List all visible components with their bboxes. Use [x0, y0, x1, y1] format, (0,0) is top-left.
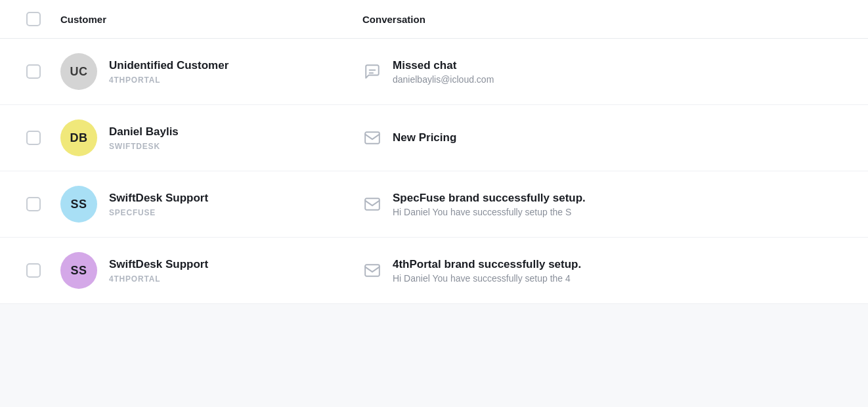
conversation-section: Missed chat danielbaylis@icloud.com — [362, 58, 842, 85]
customer-company: 4THPORTAL — [109, 75, 228, 85]
avatar: SS — [60, 252, 97, 289]
conv-info: SpecFuse brand successfully setup. Hi Da… — [393, 191, 586, 217]
customer-section: UC Unidentified Customer 4THPORTAL — [60, 53, 362, 90]
customer-company: 4THPORTAL — [109, 274, 208, 284]
svg-rect-2 — [365, 265, 380, 276]
customer-info: Daniel Baylis SWIFTDESK — [109, 125, 179, 150]
conv-subtitle: Hi Daniel You have successfully setup th… — [393, 207, 586, 217]
table-header: Customer Conversation — [0, 0, 868, 39]
header-customer-label: Customer — [60, 14, 362, 25]
table-row[interactable]: SS SwiftDesk Support SPECFUSE SpecFuse b… — [0, 171, 868, 238]
customer-section: SS SwiftDesk Support SPECFUSE — [60, 186, 362, 223]
table-row[interactable]: SS SwiftDesk Support 4THPORTAL 4thPortal… — [0, 238, 868, 304]
avatar: SS — [60, 186, 97, 223]
svg-rect-0 — [365, 132, 380, 143]
table-row[interactable]: UC Unidentified Customer 4THPORTAL Misse… — [0, 39, 868, 105]
customer-section: SS SwiftDesk Support 4THPORTAL — [60, 252, 362, 289]
row-checkbox[interactable] — [26, 197, 41, 211]
conv-title: Missed chat — [393, 58, 494, 73]
row-checkbox[interactable] — [26, 131, 41, 145]
row-checkbox[interactable] — [26, 263, 41, 278]
table-row[interactable]: DB Daniel Baylis SWIFTDESK New Pricing — [0, 105, 868, 171]
conversations-table: Customer Conversation UC Unidentified Cu… — [0, 0, 868, 304]
row-checkbox[interactable] — [26, 64, 41, 79]
conversation-section: New Pricing — [362, 128, 842, 148]
chat-icon — [362, 62, 382, 81]
email-icon — [362, 194, 382, 214]
customer-section: DB Daniel Baylis SWIFTDESK — [60, 119, 362, 156]
rows-container: UC Unidentified Customer 4THPORTAL Misse… — [0, 39, 868, 304]
conv-subtitle: danielbaylis@icloud.com — [393, 74, 494, 85]
conv-info: 4thPortal brand successfully setup. Hi D… — [393, 257, 581, 284]
conversation-section: 4thPortal brand successfully setup. Hi D… — [362, 257, 842, 284]
conv-subtitle: Hi Daniel You have successfully setup th… — [393, 273, 581, 284]
select-all-checkbox[interactable] — [26, 12, 41, 26]
customer-name: SwiftDesk Support — [109, 257, 208, 272]
avatar: DB — [60, 119, 97, 156]
conversation-section: SpecFuse brand successfully setup. Hi Da… — [362, 191, 842, 217]
conv-info: Missed chat danielbaylis@icloud.com — [393, 58, 494, 85]
svg-rect-1 — [365, 198, 380, 209]
customer-name: SwiftDesk Support — [109, 191, 208, 205]
customer-info: SwiftDesk Support 4THPORTAL — [109, 257, 208, 283]
customer-company: SWIFTDESK — [109, 142, 179, 151]
conv-title: New Pricing — [393, 131, 456, 145]
customer-info: SwiftDesk Support SPECFUSE — [109, 191, 208, 217]
customer-company: SPECFUSE — [109, 208, 208, 217]
email-icon — [362, 128, 382, 148]
customer-name: Daniel Baylis — [109, 125, 179, 139]
conv-info: New Pricing — [393, 131, 456, 145]
customer-name: Unidentified Customer — [109, 58, 228, 73]
conv-title: SpecFuse brand successfully setup. — [393, 191, 586, 205]
conv-title: 4thPortal brand successfully setup. — [393, 257, 581, 272]
avatar: UC — [60, 53, 97, 90]
customer-info: Unidentified Customer 4THPORTAL — [109, 58, 228, 84]
email-icon — [362, 261, 382, 280]
header-conversation-label: Conversation — [362, 14, 425, 25]
